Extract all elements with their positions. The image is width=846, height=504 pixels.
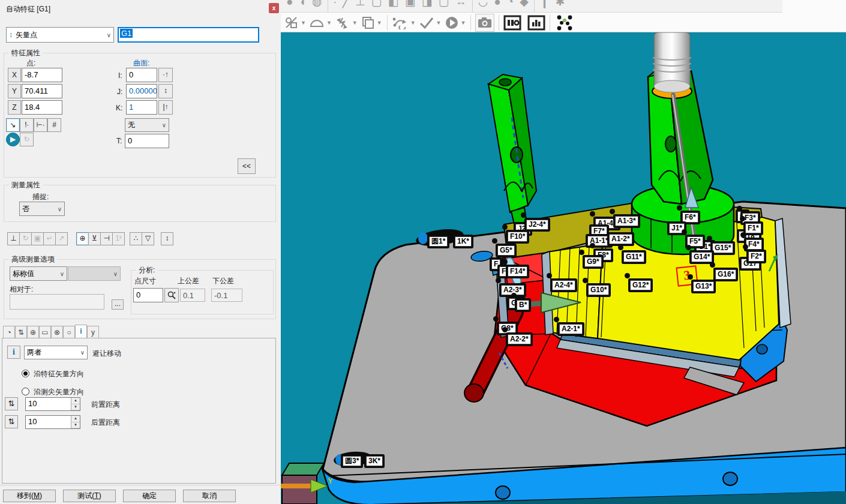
close-icon[interactable]: x (269, 3, 279, 13)
feature-label[interactable]: A2-1* (557, 322, 584, 336)
one-per-hit-icon[interactable]: 1ˣ (112, 232, 125, 245)
vector-updown-icon[interactable]: ↕ (161, 232, 173, 245)
collapse-button[interactable]: << (238, 158, 256, 174)
tab-cancel[interactable]: ⊗ (51, 326, 63, 338)
spin-down-icon[interactable]: ▼ (71, 422, 80, 429)
feature-label[interactable]: F1* (743, 221, 763, 235)
x-value-input[interactable]: -8.7 (22, 68, 62, 82)
path-plan-icon[interactable] (392, 16, 409, 29)
transform-arrow-icon[interactable] (335, 16, 350, 29)
level-icon[interactable]: ⊻ (88, 232, 101, 245)
chevron-down-icon[interactable]: ▼ (326, 20, 332, 26)
surface-mode-combo[interactable]: 无 ∨ (125, 118, 169, 132)
grid-snap-icon[interactable]: # (47, 118, 61, 132)
spin-up-icon[interactable]: ▲ (71, 416, 80, 422)
3d-scene[interactable] (281, 32, 846, 504)
feature-label[interactable]: 圆1* (427, 235, 449, 248)
feature-label[interactable]: F14* (506, 265, 529, 278)
k-value-input[interactable]: 1 (126, 100, 157, 115)
relative-input[interactable] (10, 294, 104, 310)
line-tool-icon[interactable]: ╱ (343, 0, 349, 8)
spin-down-icon[interactable]: ▼ (71, 404, 80, 411)
feature-label[interactable]: G5* (496, 244, 517, 257)
percent-feature-icon[interactable] (284, 16, 299, 29)
chevron-down-icon[interactable]: ▼ (352, 20, 358, 26)
round-slot-icon[interactable]: ▢ (371, 0, 382, 8)
feature-label[interactable]: G10* (586, 283, 611, 297)
tab-lasso[interactable]: ○ (63, 326, 75, 338)
protractor-icon[interactable] (309, 16, 325, 29)
z-axis-button[interactable]: Z (8, 100, 21, 115)
i-value-input[interactable]: 0 (126, 68, 157, 82)
filter-icon[interactable]: ▽ (142, 232, 154, 245)
ok-button[interactable]: 确定 (123, 490, 176, 502)
curve-tool-icon[interactable]: ◡ (478, 0, 488, 8)
point-target-icon[interactable]: ⊢∙ (34, 118, 47, 132)
chart-window-icon[interactable] (527, 15, 545, 31)
cancel-button[interactable]: 取消 (183, 490, 236, 502)
pin-tool-icon[interactable]: ❙ (540, 0, 550, 8)
camera-icon[interactable] (475, 14, 494, 32)
feature-label[interactable]: G14* (689, 250, 714, 264)
j-value-input[interactable]: 0.00000 (126, 84, 157, 98)
cylinder-tool-icon[interactable]: ▣ (405, 0, 416, 8)
confirm-check-icon[interactable] (419, 16, 434, 29)
y-value-input[interactable]: 70.411 (22, 84, 62, 98)
feature-label[interactable]: G13* (691, 280, 716, 293)
feature-type-combo[interactable]: ↕ 矢量点 ∨ (6, 27, 114, 43)
x-axis-button[interactable]: X (8, 68, 21, 82)
z-value-input[interactable]: 18.4 (22, 100, 62, 115)
polygon-tool-icon[interactable]: ◆ (520, 0, 529, 8)
test-button[interactable]: 测试(T) (63, 490, 116, 502)
feature-label[interactable]: G9* (583, 255, 604, 269)
point-info-icon[interactable]: !∙ (20, 118, 34, 132)
surface-tool-icon[interactable]: ◔ (507, 0, 514, 8)
chevron-down-icon[interactable]: ▼ (436, 20, 442, 26)
return-icon[interactable]: ↵ (43, 232, 56, 245)
run-play-icon[interactable] (445, 16, 459, 30)
report-window-icon[interactable] (503, 15, 521, 31)
plane-tool-icon[interactable]: ⊥ (355, 0, 365, 8)
chevron-down-icon[interactable]: ▼ (410, 20, 416, 26)
touch-point-icon[interactable]: ⊥ (7, 232, 20, 245)
radio-tip-vector[interactable] (22, 388, 29, 395)
align-edge-icon[interactable]: ⊣ (100, 232, 113, 245)
feature-label[interactable]: A1-3* (613, 214, 640, 228)
jump-path-icon[interactable]: ↗ (55, 232, 68, 245)
distance-tool-icon[interactable]: ↔ (455, 0, 467, 8)
snap-combo[interactable]: 否 ∨ (19, 202, 65, 216)
move-to-button[interactable]: 移到(M) (3, 490, 56, 502)
point-tool-icon[interactable]: ∙ (334, 0, 337, 8)
tab-target[interactable]: ⊕ (27, 326, 39, 338)
flip-vector-icon[interactable]: ↕ (158, 84, 173, 98)
feature-label[interactable]: G15* (710, 241, 735, 255)
spin-up-icon[interactable]: ▲ (71, 398, 80, 404)
copy-feature-icon[interactable]: ▣ (31, 232, 44, 245)
feature-label[interactable]: F2* (746, 250, 766, 263)
retract-distance-stepper[interactable]: 10 ▲▼ (25, 415, 80, 429)
feature-label[interactable]: 3K* (364, 454, 385, 468)
tab-branch[interactable]: y (87, 326, 99, 338)
radio-feature-vector[interactable] (22, 370, 29, 377)
feature-label[interactable]: A1-2* (607, 232, 634, 246)
prehit-distance-stepper[interactable]: 10 ▲▼ (25, 397, 80, 411)
notch-tool-icon[interactable]: ▢ (439, 0, 449, 8)
gear-tool-icon[interactable]: ✱ (556, 0, 565, 8)
nominal-combo[interactable]: 标称值 ∨ (10, 266, 67, 281)
avoidance-combo[interactable]: 两者 ∨ (24, 346, 88, 359)
feature-label[interactable]: A2-4* (550, 278, 577, 292)
tab-approach[interactable]: ⇅ (15, 326, 27, 338)
sphere-tool-icon[interactable]: ◍ (312, 0, 322, 8)
feature-label[interactable]: G11* (622, 250, 646, 264)
point-size-input[interactable]: 0 (133, 288, 163, 302)
feature-label[interactable]: B* (515, 298, 531, 312)
cone-tool-icon[interactable]: ◨ (422, 0, 433, 8)
circle-tool-icon[interactable]: ● (286, 0, 293, 8)
feature-label[interactable]: 圆3* (341, 454, 363, 468)
chevron-down-icon[interactable]: ▼ (461, 20, 466, 26)
browse-button[interactable]: ... (112, 299, 124, 310)
square-slot-icon[interactable]: ◧ (388, 0, 399, 8)
chevron-down-icon[interactable]: ▼ (377, 20, 382, 26)
re-execute-icon[interactable]: ↻ (20, 133, 34, 146)
t-value-input[interactable]: 0 (125, 134, 169, 148)
